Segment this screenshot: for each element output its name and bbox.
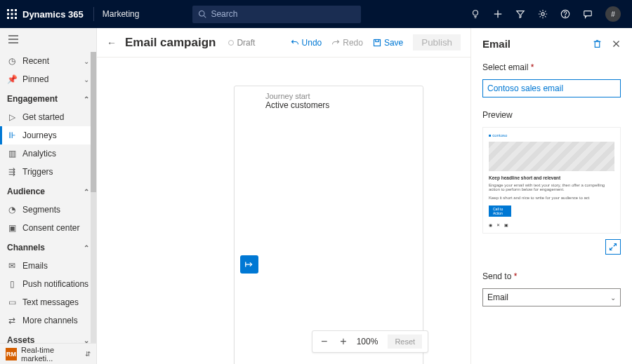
panel-title: Email (482, 38, 511, 50)
sidebar-consent[interactable]: ▣Consent center (0, 219, 96, 237)
sidebar-pinned[interactable]: 📌Pinned⌄ (0, 70, 96, 88)
avatar[interactable]: # (605, 6, 621, 22)
sidebar-journeys[interactable]: ⊪Journeys (0, 126, 96, 144)
svg-rect-28 (595, 41, 600, 47)
back-icon[interactable]: ← (107, 37, 117, 48)
content: ← Email campaign Draft Undo Redo Save Pu… (97, 28, 470, 364)
gear-icon[interactable] (538, 9, 548, 19)
environment-switcher[interactable]: RM Real-time marketi... ⇵ (0, 343, 96, 364)
svg-point-18 (565, 16, 565, 17)
sidebar-triggers[interactable]: ⇶Triggers (0, 163, 96, 181)
section-channels[interactable]: Channels⌃ (0, 237, 96, 257)
svg-rect-19 (584, 11, 592, 16)
sidebar: ◷Recent⌄ 📌Pinned⌄ Engagement⌃ ▷Get start… (0, 28, 97, 364)
close-icon[interactable] (612, 39, 621, 48)
search-box[interactable] (192, 6, 361, 23)
delete-icon[interactable] (593, 39, 602, 48)
select-email-input[interactable]: Contoso sales email (482, 79, 621, 97)
waffle-icon[interactable] (7, 9, 17, 19)
save-button[interactable]: Save (373, 38, 403, 48)
chevron-down-icon: ⌄ (610, 294, 616, 302)
sidebar-segments[interactable]: ◔Segments (0, 201, 96, 219)
svg-rect-1 (11, 9, 13, 11)
zoom-out-button[interactable]: − (318, 335, 330, 348)
undo-button[interactable]: Undo (291, 38, 322, 48)
svg-point-11 (473, 11, 478, 15)
sendto-label: Send to * (482, 271, 621, 281)
page-title: Email campaign (125, 36, 216, 50)
journey-icon: ⊪ (7, 130, 17, 140)
sidebar-text[interactable]: ▭Text messages (0, 293, 96, 311)
sms-icon: ▭ (7, 297, 17, 307)
search-input[interactable] (211, 9, 337, 19)
env-badge: RM (6, 348, 17, 360)
divider (93, 7, 94, 21)
pin-icon: 📌 (7, 74, 17, 84)
sidebar-get-started[interactable]: ▷Get started (0, 108, 96, 126)
status-badge: Draft (228, 38, 255, 48)
segment-icon: ◔ (7, 205, 17, 215)
expand-icon[interactable] (605, 239, 621, 255)
reset-button[interactable]: Reset (388, 335, 422, 349)
more-icon: ⇄ (7, 316, 17, 325)
redo-button: Redo (331, 38, 363, 48)
filter-icon[interactable] (515, 9, 525, 19)
start-icon (240, 255, 258, 274)
chevron-up-icon: ⌃ (84, 95, 89, 103)
chevron-up-icon: ⌃ (84, 244, 89, 252)
zoom-level: 100% (357, 337, 378, 346)
page-header: ← Email campaign Draft Undo Redo Save Pu… (97, 28, 470, 58)
sidebar-scrollbar[interactable] (91, 52, 96, 343)
select-email-label: Select email * (482, 62, 621, 72)
sidebar-more[interactable]: ⇄More channels (0, 311, 96, 330)
trigger-icon: ⇶ (7, 167, 17, 177)
chevron-down-icon: ⌄ (84, 76, 89, 83)
app-name: Marketing (98, 9, 144, 19)
properties-panel: Email Select email * Contoso sales email… (470, 28, 632, 364)
play-icon: ▷ (7, 112, 17, 122)
lightbulb-icon[interactable] (470, 9, 480, 19)
hamburger-icon[interactable] (0, 28, 96, 52)
brand: Dynamics 365 (17, 9, 89, 20)
node-journey-start[interactable]: Journey startActive customers (234, 86, 423, 364)
svg-rect-23 (374, 39, 380, 46)
publish-button: Publish (413, 34, 461, 50)
sidebar-recent[interactable]: ◷Recent⌄ (0, 52, 96, 70)
topbar: Dynamics 365 Marketing # (0, 0, 632, 28)
sendto-select[interactable]: Email⌄ (482, 288, 621, 306)
section-audience[interactable]: Audience⌃ (0, 181, 96, 201)
push-icon: ▯ (7, 279, 17, 289)
sidebar-analytics[interactable]: ▥Analytics (0, 144, 96, 163)
svg-point-16 (541, 13, 544, 15)
sidebar-push[interactable]: ▯Push notifications (0, 275, 96, 293)
svg-rect-0 (7, 9, 9, 11)
top-icons: # (470, 6, 625, 22)
add-icon[interactable] (493, 9, 503, 19)
email-preview: ■ contoso Keep headline short and releva… (482, 127, 621, 234)
chevron-up-icon: ⌃ (84, 188, 89, 196)
svg-rect-6 (7, 17, 9, 19)
svg-rect-24 (376, 39, 379, 41)
help-icon[interactable] (560, 9, 570, 19)
chevron-updown-icon: ⇵ (85, 350, 91, 358)
email-icon: ✉ (7, 261, 17, 271)
section-engagement[interactable]: Engagement⌃ (0, 88, 96, 108)
chevron-down-icon: ⌄ (84, 58, 89, 65)
header-actions: Undo Redo Save Publish (291, 34, 461, 50)
svg-rect-3 (7, 13, 9, 15)
svg-rect-4 (11, 13, 13, 15)
chat-icon[interactable] (583, 9, 593, 19)
sidebar-emails[interactable]: ✉Emails (0, 257, 96, 275)
svg-line-10 (204, 15, 206, 18)
journey-canvas[interactable]: Journey startActive customers + Send an … (97, 58, 470, 364)
zoom-controls: − + 100% Reset (312, 330, 428, 353)
svg-rect-7 (11, 17, 13, 19)
zoom-in-button[interactable]: + (337, 335, 349, 348)
svg-point-9 (199, 11, 205, 17)
consent-icon: ▣ (7, 223, 17, 233)
preview-label: Preview (482, 110, 621, 120)
chart-icon: ▥ (7, 149, 17, 159)
clock-icon: ◷ (7, 56, 17, 66)
